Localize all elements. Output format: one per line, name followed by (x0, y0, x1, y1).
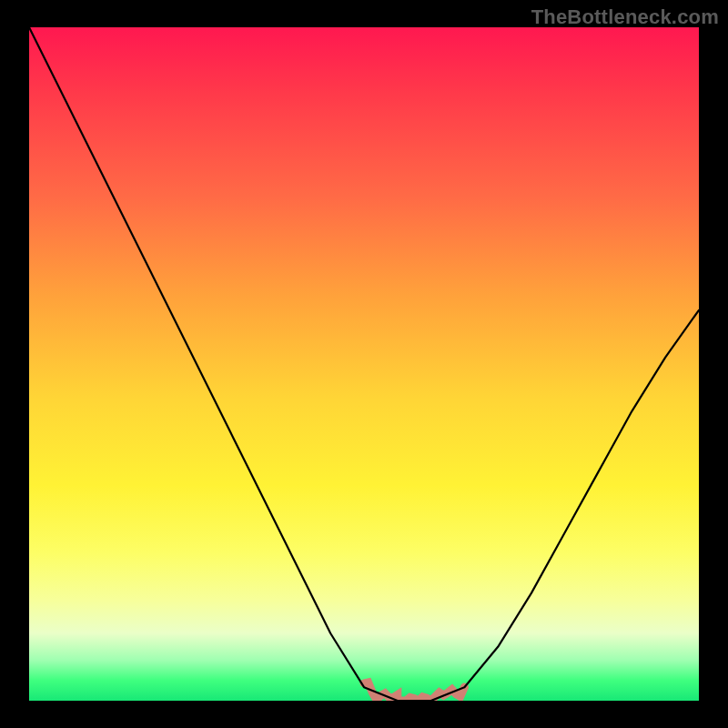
chart-overlay (29, 27, 699, 701)
watermark-text: TheBottleneck.com (531, 5, 719, 29)
bottleneck-curve (29, 27, 699, 701)
optimal-band-fuzz (364, 682, 464, 701)
